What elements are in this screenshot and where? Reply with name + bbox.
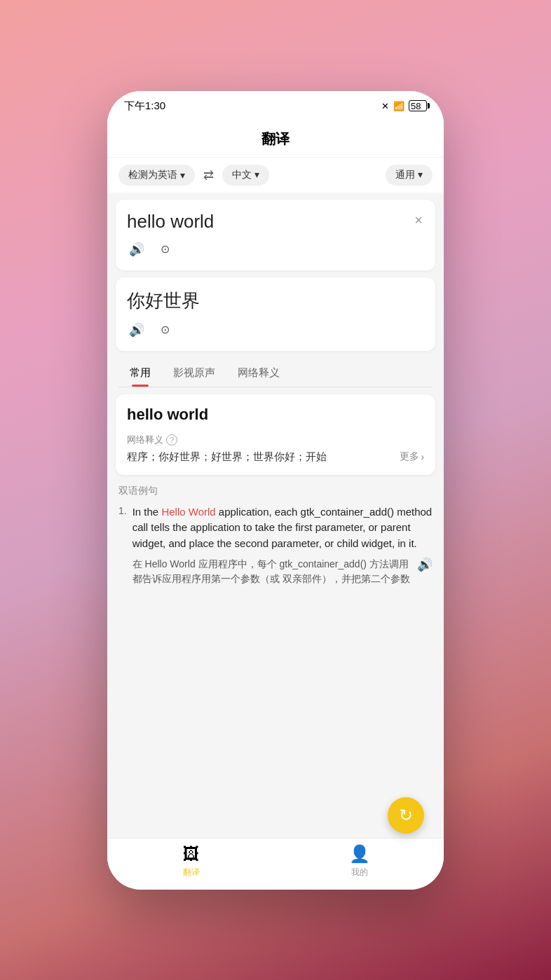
dict-card: hello world 网络释义 ? 程序；你好世界；好世界；世界你好；开始 更…	[116, 394, 435, 475]
speaker-icon: 🔊	[129, 242, 144, 257]
example-item: 1. In the Hello World application, each …	[118, 504, 433, 587]
more-button[interactable]: 更多 ›	[400, 450, 424, 463]
phone-frame: 下午1:30 ✕ 📶 58 翻译 检测为英语 ▾ ⇄ 中文 ▾	[107, 91, 444, 890]
tab-movie[interactable]: 影视原声	[162, 361, 226, 387]
dict-section-label: 网络释义 ?	[127, 434, 424, 446]
close-icon: ×	[414, 212, 423, 228]
example-chinese: 在 Hello World 应用程序中，每个 gtk_container_add…	[132, 557, 411, 586]
wifi-icon: 📶	[393, 101, 404, 111]
help-icon[interactable]: ?	[166, 434, 177, 446]
status-bar: 下午1:30 ✕ 📶 58	[107, 91, 444, 118]
copy-source-button[interactable]: ⊙	[155, 240, 175, 259]
tabs-row: 常用 影视原声 网络释义	[116, 361, 435, 387]
speak-source-button[interactable]: 🔊	[127, 240, 147, 259]
result-actions: 🔊 ⊙	[127, 320, 424, 340]
copy-result-button[interactable]: ⊙	[155, 320, 175, 340]
tab-common[interactable]: 常用	[118, 361, 162, 387]
style-button[interactable]: 通用 ▾	[386, 165, 433, 186]
result-section: 你好世界 🔊 ⊙	[116, 277, 435, 351]
refresh-icon: ↻	[399, 806, 413, 825]
input-actions: 🔊 ⊙	[127, 240, 424, 259]
input-section: hello world × 🔊 ⊙	[116, 200, 435, 270]
mine-nav-label: 我的	[351, 867, 368, 878]
example-english: In the Hello World application, each gtk…	[132, 504, 433, 552]
example-content: In the Hello World application, each gtk…	[132, 504, 433, 587]
copy-icon: ⊙	[161, 242, 170, 256]
refresh-fab[interactable]: ↻	[388, 797, 424, 834]
highlight-text: Hello World	[161, 506, 215, 518]
nav-item-translate[interactable]: 🖼 翻译	[107, 844, 276, 878]
clear-button[interactable]: ×	[413, 211, 424, 230]
chevron-right-icon: ›	[421, 451, 424, 462]
signal-icon: ✕	[381, 101, 389, 111]
status-icons: ✕ 📶 58	[381, 100, 427, 111]
bottom-nav: 🖼 翻译 👤 我的	[107, 838, 444, 890]
translate-nav-label: 翻译	[183, 867, 200, 878]
translate-nav-icon: 🖼	[183, 844, 200, 864]
page-title: 翻译	[121, 130, 430, 149]
examples-label: 双语例句	[118, 485, 433, 497]
speaker-icon: 🔊	[129, 322, 144, 338]
tabs-divider	[118, 387, 433, 387]
status-time: 下午1:30	[124, 99, 165, 113]
example-chinese-row: 在 Hello World 应用程序中，每个 gtk_container_add…	[132, 557, 433, 586]
app-header: 翻译	[107, 118, 444, 157]
mine-nav-icon: 👤	[349, 844, 370, 864]
source-language-button[interactable]: 检测为英语 ▾	[118, 165, 195, 186]
swap-language-button[interactable]: ⇄	[200, 165, 217, 186]
dict-meanings-row: 程序；你好世界；好世界；世界你好；开始 更多 ›	[127, 450, 424, 464]
swap-icon: ⇄	[203, 168, 214, 182]
battery-icon: 58	[409, 100, 427, 111]
speak-result-button[interactable]: 🔊	[127, 320, 147, 340]
target-language-button[interactable]: 中文 ▾	[222, 165, 269, 186]
dict-meanings: 程序；你好世界；好世界；世界你好；开始	[127, 450, 400, 464]
language-bar: 检测为英语 ▾ ⇄ 中文 ▾ 通用 ▾	[107, 157, 444, 193]
app-content: 翻译 检测为英语 ▾ ⇄ 中文 ▾ 通用 ▾ hello world	[107, 118, 444, 838]
tab-web[interactable]: 网络释义	[226, 361, 291, 387]
examples-section: 双语例句 1. In the Hello World application, …	[116, 485, 435, 595]
tabs-section: 常用 影视原声 网络释义	[116, 361, 435, 387]
copy-icon: ⊙	[161, 323, 170, 336]
dict-word: hello world	[127, 406, 424, 424]
input-text-row: hello world ×	[127, 211, 424, 233]
speak-example-button[interactable]: 🔊	[417, 557, 433, 572]
result-text: 你好世界	[127, 289, 424, 313]
nav-item-mine[interactable]: 👤 我的	[276, 844, 444, 878]
input-text[interactable]: hello world	[127, 211, 413, 233]
example-number: 1.	[118, 505, 127, 587]
